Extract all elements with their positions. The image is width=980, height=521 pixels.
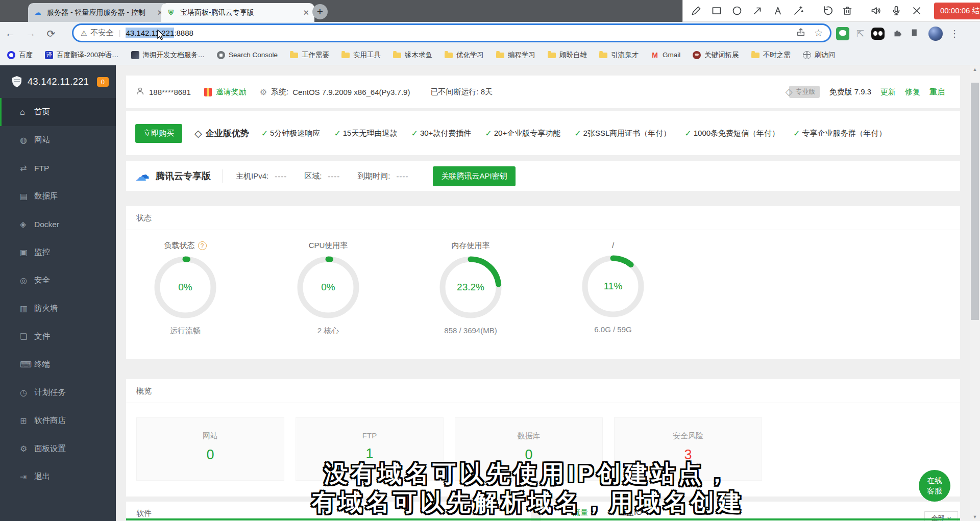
address-bar[interactable]: ⚠ 不安全 | 43.142.11.221 :8888 ☆ (72, 23, 831, 42)
panel-action-link[interactable]: 重启 (929, 87, 945, 97)
help-icon[interactable]: ? (198, 241, 207, 250)
buy-now-button[interactable]: 立即购买 (135, 124, 182, 143)
bookmarks-bar: 百度 译 百度翻译-200种语… 海拥开发文档服务… Search Consol… (0, 45, 980, 65)
bookmark-favicon (393, 53, 401, 58)
warning-icon: ⚠ (81, 29, 87, 37)
feature-list: ✓ 5分钟极速响应 ✓ 15天无理由退款 ✓ 30+款付费插件 ✓ (261, 129, 887, 138)
field-value: ---- (328, 172, 340, 181)
bookmark-item[interactable]: 百度 (7, 51, 33, 60)
overview-tile[interactable]: 网站 0 (136, 417, 284, 481)
status-gauge[interactable]: / 11% 6.0G / 59G (557, 241, 669, 334)
sidebar-item[interactable]: ⚙ 面板设置 (0, 435, 116, 463)
screen: ☁ 服务器 - 轻量应用服务器 - 控制 ✕ ⛨ 宝塔面板-腾讯云专享版 ✕ +… (0, 0, 980, 521)
not-secure-label[interactable]: 不安全 (91, 28, 114, 38)
bookmark-item[interactable]: 关键词拓展 (693, 51, 739, 60)
bookmark-item[interactable]: 刷访问 (803, 51, 836, 60)
sidebar-item[interactable]: ⇥ 退出 (0, 463, 116, 491)
url-selected-text[interactable]: 43.142.11.221 (126, 28, 174, 38)
status-gauge[interactable]: 内存使用率 23.2% 858 / 3694(MB) (414, 241, 527, 335)
bookmark-item[interactable]: Search Console (217, 51, 278, 59)
bookmark-item[interactable]: 顾盼自雄 (548, 51, 587, 60)
speaker-icon[interactable] (870, 5, 882, 17)
trash-icon[interactable] (841, 5, 853, 17)
puzzle-extensions-icon[interactable] (892, 27, 903, 40)
url-port-text[interactable]: :8888 (174, 29, 193, 37)
sidebar-item[interactable]: ◈ Docker (0, 210, 116, 238)
bookmark-item[interactable]: M Gmail (651, 51, 680, 59)
bookmark-favicon: M (651, 51, 659, 59)
scroll-up-arrow[interactable]: ▲ (970, 65, 980, 73)
bookmark-item[interactable]: 编程学习 (496, 51, 535, 60)
sidebar-item[interactable]: ▣ 监控 (0, 238, 116, 266)
bookmark-item[interactable]: 不时之需 (751, 51, 791, 60)
sidebar-item-icon: ⚙ (20, 444, 34, 454)
bookmark-item[interactable]: 引流鬼才 (599, 51, 639, 60)
extensions-area: ⇱ ⋮ (836, 22, 959, 45)
sidebar-item-icon: ⌨ (20, 360, 34, 369)
undo-icon[interactable] (821, 5, 833, 17)
ellipse-icon[interactable] (731, 5, 743, 17)
scroll-down-arrow[interactable]: ▼ (970, 513, 980, 521)
sidebar-item[interactable]: ▥ 防火墙 (0, 294, 116, 322)
bookmark-item[interactable]: 译 百度翻译-200种语… (45, 51, 119, 60)
rectangle-icon[interactable] (710, 5, 723, 17)
link-api-key-button[interactable]: 关联腾讯云API密钥 (433, 166, 515, 186)
reload-icon[interactable]: ⟳ (41, 28, 61, 40)
arrow-icon[interactable] (751, 5, 764, 17)
tab-bt-panel[interactable]: ⛨ 宝塔面板-腾讯云专享版 ✕ (161, 3, 314, 22)
server-ip[interactable]: 43.142.11.221 (28, 77, 97, 87)
sidebar-item[interactable]: ⊞ 软件商店 (0, 407, 116, 435)
pencil-icon[interactable] (690, 5, 702, 17)
pro-version-badge[interactable]: ◇ 专业版 (786, 86, 820, 98)
bookmark-item[interactable]: 海拥开发文档服务… (131, 51, 205, 60)
bt-shield-favicon: ⛨ (166, 8, 176, 17)
new-tab-button[interactable]: + (312, 4, 328, 19)
sidebar-item[interactable]: ◍ 网站 (0, 126, 116, 154)
scrollbar-thumb[interactable] (971, 83, 979, 320)
page-scrollbar[interactable]: ▲ ▼ (970, 65, 980, 521)
panel-action-link[interactable]: 更新 (880, 87, 896, 97)
close-recorder-icon[interactable] (911, 5, 923, 17)
check-icon: ✓ (261, 129, 268, 138)
feature-item: ✓ 1000条免费短信（年付） (684, 129, 779, 138)
sidebar-item[interactable]: ▤ 数据库 (0, 182, 116, 210)
sidebar-item[interactable]: ⌨ 终端 (0, 351, 116, 379)
cursor-disabled-extension-icon[interactable]: ⇱ (856, 28, 864, 39)
profile-avatar[interactable] (928, 27, 943, 41)
sidebar-item[interactable]: ◎ 安全 (0, 266, 116, 294)
online-support-button[interactable]: 在线客服 (919, 470, 950, 502)
bookmark-label: 实用工具 (353, 51, 381, 60)
recording-timer-stop-button[interactable]: 00:00:06 结束 (934, 3, 980, 19)
back-icon[interactable]: ← (0, 28, 20, 39)
sidebar-item-icon: ◈ (20, 219, 34, 229)
gauge-percent: 0% (153, 255, 218, 320)
invite-reward-link[interactable]: 邀请奖励 (216, 87, 247, 97)
uptime-text: 已不间断运行: 8天 (430, 87, 493, 97)
bookmark-item[interactable]: 优化学习 (445, 51, 484, 60)
sidebar-item[interactable]: ⇄ FTP (0, 154, 116, 182)
microphone-icon[interactable] (890, 5, 902, 17)
sidepanel-icon[interactable] (910, 27, 921, 40)
status-gauge[interactable]: CPU使用率 0% 2 核心 (272, 241, 384, 336)
gauge-donut: 11% (580, 254, 646, 319)
tile-value[interactable]: 0 (137, 447, 284, 463)
adblock-extension-icon[interactable] (871, 28, 885, 40)
text-icon[interactable] (772, 5, 784, 17)
bookmark-item[interactable]: 缘木求鱼 (393, 51, 432, 60)
share-icon[interactable] (796, 27, 806, 39)
bookmark-item[interactable]: 工作需要 (290, 51, 329, 60)
sidebar-item[interactable]: ⌂ 首页 (0, 98, 116, 126)
bookmark-star-icon[interactable]: ☆ (814, 27, 823, 39)
user-phone[interactable]: 188****8681 (149, 88, 191, 96)
tab-tencent-console[interactable]: ☁ 服务器 - 轻量应用服务器 - 控制 ✕ (28, 3, 168, 22)
bookmark-item[interactable]: 实用工具 (341, 51, 381, 60)
panel-action-link[interactable]: 修复 (905, 87, 920, 97)
message-count-badge[interactable]: 0 (97, 77, 109, 87)
status-gauge[interactable]: 负载状态 ? 0% 运行流畅 (129, 241, 241, 336)
messenger-extension-icon[interactable] (836, 27, 849, 40)
browser-menu-icon[interactable]: ⋮ (950, 28, 959, 39)
tab-close-icon[interactable]: ✕ (303, 9, 309, 16)
sidebar-item[interactable]: ❏ 文件 (0, 322, 116, 351)
sidebar-item[interactable]: ◷ 计划任务 (0, 379, 116, 407)
effects-wand-icon[interactable] (792, 5, 804, 17)
